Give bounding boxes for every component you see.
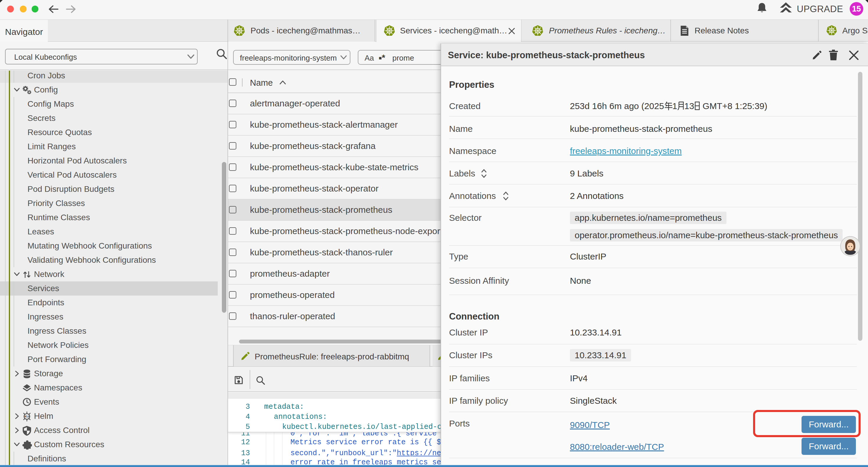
svg-text:HELM: HELM <box>24 415 30 418</box>
